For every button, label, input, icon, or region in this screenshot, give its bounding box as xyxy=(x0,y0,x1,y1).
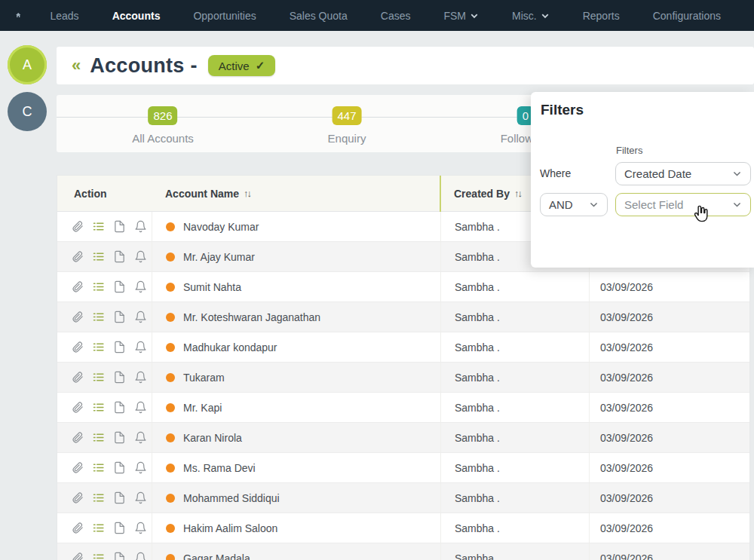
filter-field-select[interactable]: Created Date xyxy=(615,162,751,185)
nav-item-reports[interactable]: Reports xyxy=(583,10,620,22)
created-date-cell: 03/09/2026 xyxy=(589,393,749,422)
account-name-cell[interactable]: Mr. Kapi xyxy=(152,393,440,422)
nav-item-opportunities[interactable]: Opportunities xyxy=(193,10,256,22)
file-icon[interactable] xyxy=(113,431,126,444)
status-dot-icon xyxy=(166,343,175,352)
checklist-icon[interactable] xyxy=(92,250,105,263)
bell-icon[interactable] xyxy=(134,341,147,353)
bell-icon[interactable] xyxy=(134,461,147,474)
paperclip-icon[interactable] xyxy=(71,341,84,353)
sort-icon[interactable]: ↑↓ xyxy=(244,188,250,199)
avatar-a[interactable]: A xyxy=(8,45,47,84)
checklist-icon[interactable] xyxy=(92,431,105,444)
stat-all-accounts[interactable]: 826 All Accounts xyxy=(132,95,194,145)
table-row[interactable]: Ms. Rama Devi Sambha . 03/09/2026 xyxy=(57,453,749,483)
bell-icon[interactable] xyxy=(134,431,147,444)
created-date-cell: 03/09/2026 xyxy=(589,363,749,392)
checklist-icon[interactable] xyxy=(92,341,105,353)
file-icon[interactable] xyxy=(113,522,126,534)
file-icon[interactable] xyxy=(113,311,126,323)
filter-operator-value: AND xyxy=(549,198,573,211)
bell-icon[interactable] xyxy=(134,552,147,560)
filter-operator-select[interactable]: AND xyxy=(540,193,608,216)
checklist-icon[interactable] xyxy=(92,552,105,560)
nav-item-leads[interactable]: Leads xyxy=(50,10,78,22)
account-name-cell[interactable]: Madhukar kondapur xyxy=(152,332,440,362)
table-row[interactable]: Gagar Madala Sambha . 03/09/2026 xyxy=(57,543,749,560)
filter-value-select[interactable]: Select Field xyxy=(615,193,751,216)
paperclip-icon[interactable] xyxy=(71,461,84,474)
paperclip-icon[interactable] xyxy=(71,522,84,534)
account-name-cell[interactable]: Tukaram xyxy=(152,363,440,392)
table-row[interactable]: Karan Nirola Sambha . 03/09/2026 xyxy=(57,423,749,453)
checklist-icon[interactable] xyxy=(92,461,105,474)
file-icon[interactable] xyxy=(113,371,126,384)
table-row[interactable]: Sumit Nahta Sambha . 03/09/2026 xyxy=(57,272,749,302)
bell-icon[interactable] xyxy=(134,491,147,504)
account-name-cell[interactable]: Hakim Aalim Saloon xyxy=(152,513,440,543)
checklist-icon[interactable] xyxy=(92,280,105,293)
checklist-icon[interactable] xyxy=(92,371,105,384)
account-name-cell[interactable]: Mr. Koteshwaran Jaganathan xyxy=(152,302,440,332)
checklist-icon[interactable] xyxy=(92,220,105,233)
account-name-cell[interactable]: Mr. Ajay Kumar xyxy=(152,242,440,271)
account-name-cell[interactable]: Navoday Kumar xyxy=(152,212,440,241)
checklist-icon[interactable] xyxy=(92,401,105,414)
created-date-cell: 03/09/2026 xyxy=(589,302,749,332)
table-row[interactable]: Mr. Koteshwaran Jaganathan Sambha . 03/0… xyxy=(57,302,749,332)
paperclip-icon[interactable] xyxy=(71,371,84,384)
file-icon[interactable] xyxy=(113,491,126,504)
checklist-icon[interactable] xyxy=(92,491,105,504)
paperclip-icon[interactable] xyxy=(71,552,84,560)
nav-item-configurations[interactable]: Configurations xyxy=(653,10,721,22)
created-by-cell: Sambha . xyxy=(440,423,589,452)
collapse-back-icon[interactable]: « xyxy=(72,57,81,74)
table-row[interactable]: Mohammed Siddiqui Sambha . 03/09/2026 xyxy=(57,483,749,513)
avatar-c[interactable]: C xyxy=(8,92,47,131)
file-icon[interactable] xyxy=(113,341,126,353)
nav-item-fsm-label: FSM xyxy=(443,10,466,22)
nav-item-misc[interactable]: Misc. xyxy=(512,10,550,22)
file-icon[interactable] xyxy=(113,461,126,474)
account-name-cell[interactable]: Karan Nirola xyxy=(152,423,440,452)
stat-enquiry[interactable]: 447 Enquiry xyxy=(328,95,366,145)
nav-item-cases[interactable]: Cases xyxy=(381,10,411,22)
bell-icon[interactable] xyxy=(134,250,147,263)
paperclip-icon[interactable] xyxy=(71,280,84,293)
table-row[interactable]: Mr. Kapi Sambha . 03/09/2026 xyxy=(57,393,749,423)
file-icon[interactable] xyxy=(113,552,126,560)
checklist-icon[interactable] xyxy=(92,311,105,323)
paperclip-icon[interactable] xyxy=(71,401,84,414)
table-row[interactable]: Madhukar kondapur Sambha . 03/09/2026 xyxy=(57,332,749,363)
bell-icon[interactable] xyxy=(134,280,147,293)
file-icon[interactable] xyxy=(113,280,126,293)
account-name-cell[interactable]: Sumit Nahta xyxy=(152,272,440,301)
column-header-account-name[interactable]: Account Name ↑↓ xyxy=(152,188,440,200)
bell-icon[interactable] xyxy=(134,371,147,384)
nav-item-accounts[interactable]: Accounts xyxy=(112,10,161,22)
account-name-cell[interactable]: Mohammed Siddiqui xyxy=(152,483,440,513)
account-name-cell[interactable]: Ms. Rama Devi xyxy=(152,453,440,482)
checklist-icon[interactable] xyxy=(92,522,105,534)
table-row[interactable]: Hakim Aalim Saloon Sambha . 03/09/2026 xyxy=(57,513,749,543)
paperclip-icon[interactable] xyxy=(71,311,84,323)
paperclip-icon[interactable] xyxy=(71,220,84,233)
nav-item-fsm[interactable]: FSM xyxy=(443,10,479,22)
bell-icon[interactable] xyxy=(134,401,147,414)
status-badge-active[interactable]: Active ✓ xyxy=(208,55,275,76)
bell-icon[interactable] xyxy=(134,220,147,233)
nav-item-sales-quota[interactable]: Sales Quota xyxy=(290,10,348,22)
sort-icon[interactable]: ↑↓ xyxy=(514,188,521,199)
paperclip-icon[interactable] xyxy=(71,431,84,444)
home-icon[interactable] xyxy=(15,8,21,23)
paperclip-icon[interactable] xyxy=(71,250,84,263)
paperclip-icon[interactable] xyxy=(71,491,84,504)
bell-icon[interactable] xyxy=(134,311,147,323)
file-icon[interactable] xyxy=(113,220,126,233)
account-name-cell[interactable]: Gagar Madala xyxy=(152,543,440,560)
file-icon[interactable] xyxy=(113,401,126,414)
table-row[interactable]: Tukaram Sambha . 03/09/2026 xyxy=(57,363,749,393)
bell-icon[interactable] xyxy=(134,522,147,534)
row-actions-cell xyxy=(57,552,152,560)
file-icon[interactable] xyxy=(113,250,126,263)
